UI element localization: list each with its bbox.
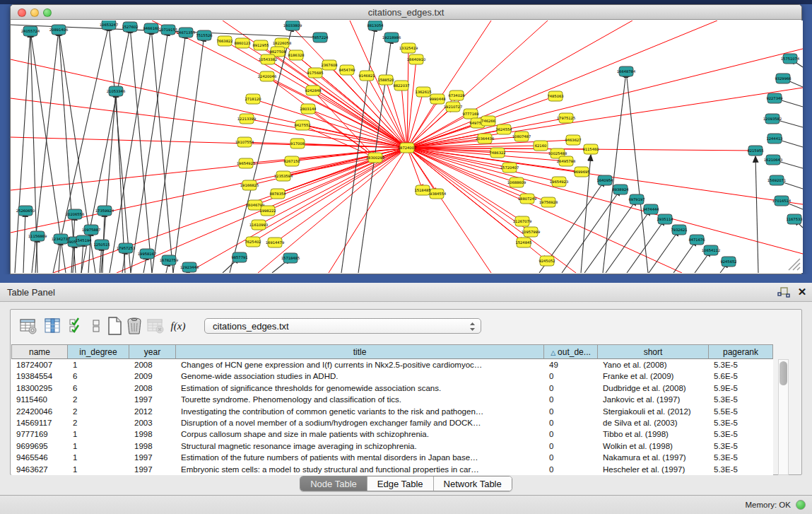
graph-node[interactable]: 62160 bbox=[534, 141, 548, 151]
graph-edge[interactable] bbox=[626, 71, 648, 273]
graph-node[interactable]: 746266 bbox=[481, 116, 495, 126]
graph-node[interactable]: 17016514 bbox=[772, 196, 792, 206]
graph-node[interactable]: 6734028 bbox=[448, 90, 464, 100]
graph-node[interactable]: 9329966 bbox=[775, 74, 791, 83]
graph-edge[interactable] bbox=[329, 148, 407, 273]
row-height-icon[interactable] bbox=[87, 317, 105, 335]
table-row[interactable]: 946554611997Estimation of the future num… bbox=[11, 452, 773, 463]
graph-node[interactable]: 1640954 bbox=[596, 175, 613, 185]
table-select-dropdown[interactable]: citations_edges.txt bbox=[204, 318, 481, 334]
graph-edge[interactable] bbox=[130, 27, 152, 273]
graph-node[interactable]: 1524845 bbox=[515, 238, 531, 247]
graph-edge[interactable] bbox=[152, 33, 186, 273]
graph-node[interactable]: 11156869 bbox=[28, 231, 47, 241]
graph-node[interactable]: 12342737 bbox=[52, 234, 70, 244]
graph-node[interactable]: 2935114 bbox=[657, 214, 673, 224]
graph-node[interactable]: 15720407 bbox=[500, 163, 519, 173]
graph-node[interactable]: 10653247 bbox=[100, 21, 118, 30]
graph-node[interactable]: 19654923 bbox=[550, 177, 568, 187]
window-resize-grip[interactable] bbox=[783, 253, 801, 271]
graph-node[interactable]: 9463627 bbox=[565, 135, 581, 145]
table-row[interactable]: 1872400712008Changes of HCN gene express… bbox=[11, 359, 773, 370]
graph-node[interactable]: 16210643 bbox=[764, 155, 782, 165]
graph-node[interactable]: 7857224 bbox=[312, 33, 329, 42]
select-columns-icon[interactable] bbox=[67, 317, 86, 335]
window-titlebar[interactable]: citations_edges.txt bbox=[11, 5, 801, 20]
graph-edge[interactable] bbox=[627, 219, 665, 273]
tab-network-table[interactable]: Network Table bbox=[434, 477, 512, 491]
graph-node[interactable]: 8878354 bbox=[269, 189, 286, 199]
graph-edge[interactable] bbox=[407, 148, 755, 151]
graph-node[interactable]: 2367608 bbox=[321, 60, 337, 70]
graph-node[interactable]: 7932621 bbox=[671, 225, 687, 235]
graph-node[interactable]: 9777169 bbox=[462, 109, 478, 119]
table-row[interactable]: 977716911998Corpus callosum shape and si… bbox=[11, 428, 773, 440]
table-row[interactable]: 2242004622012Investigating the contribut… bbox=[11, 406, 773, 417]
graph-node[interactable]: 7663822 bbox=[216, 36, 233, 46]
graph-node[interactable]: 26495798 bbox=[557, 156, 575, 166]
graph-edge[interactable] bbox=[110, 28, 151, 273]
graph-node[interactable]: 16033809 bbox=[283, 21, 302, 30]
graph-node[interactable]: 12093582 bbox=[763, 114, 782, 124]
column-header-year[interactable]: year bbox=[129, 344, 176, 359]
graph-node[interactable]: 20206556 bbox=[66, 209, 84, 219]
graph-node[interactable]: 3624554 bbox=[495, 124, 512, 134]
graph-node[interactable]: 1545194 bbox=[75, 235, 92, 245]
graph-node[interactable]: 16914479 bbox=[266, 238, 284, 247]
new-table-icon[interactable] bbox=[105, 317, 124, 335]
table-row[interactable]: 1456911722003Disruption of a novel membe… bbox=[11, 417, 773, 428]
graph-edge[interactable] bbox=[407, 21, 717, 148]
graph-node[interactable]: 18724007 bbox=[398, 143, 416, 153]
graph-node[interactable]: 20364436 bbox=[476, 134, 494, 144]
graph-node[interactable]: 12353594 bbox=[274, 171, 293, 181]
graph-node[interactable]: 8813054 bbox=[367, 21, 384, 30]
graph-node[interactable]: 8860123 bbox=[234, 38, 250, 48]
graph-node[interactable]: 24055724 bbox=[21, 26, 40, 36]
graph-node[interactable]: 9245652 bbox=[720, 257, 736, 267]
table-vertical-scrollbar[interactable] bbox=[778, 359, 789, 475]
graph-node[interactable]: 12923448 bbox=[180, 262, 199, 272]
graph-node[interactable]: 10543382 bbox=[259, 54, 277, 64]
graph-edge[interactable] bbox=[249, 148, 407, 185]
table-mode-icon[interactable] bbox=[19, 317, 37, 335]
graph-node[interactable]: 9474444 bbox=[642, 204, 659, 214]
graph-node[interactable]: 8912955 bbox=[252, 40, 269, 50]
graph-node[interactable]: 19654925 bbox=[237, 158, 255, 168]
panel-splitter[interactable] bbox=[0, 274, 812, 283]
graph-node[interactable]: 9146821 bbox=[358, 71, 375, 81]
graph-node[interactable]: 16640910 bbox=[407, 54, 425, 64]
function-builder-icon[interactable]: f(x) bbox=[169, 317, 187, 335]
column-header-title[interactable]: title bbox=[176, 344, 544, 359]
column-header-name[interactable]: name bbox=[11, 344, 68, 359]
table-row[interactable]: 946362711997Embryonic stem cells: a mode… bbox=[11, 464, 773, 475]
graph-node[interactable]: 8267150 bbox=[283, 156, 300, 166]
graph-node[interactable]: 11267079 bbox=[513, 216, 531, 226]
delete-table-icon-disabled[interactable] bbox=[146, 317, 165, 335]
tab-edge-table[interactable]: Edge Table bbox=[367, 477, 434, 491]
graph-edge[interactable] bbox=[584, 199, 637, 273]
graph-node[interactable]: 13325419 bbox=[399, 43, 418, 53]
graph-node[interactable]: 9990448 bbox=[429, 94, 445, 104]
graph-node[interactable]: 10688609 bbox=[507, 177, 526, 187]
graph-edge[interactable] bbox=[407, 21, 548, 148]
graph-node[interactable]: 9175685 bbox=[307, 68, 323, 78]
scrollbar-thumb[interactable] bbox=[779, 361, 787, 385]
table-row[interactable]: 1938455462009Genome-wide association stu… bbox=[11, 370, 773, 382]
graph-node[interactable]: 9115460 bbox=[582, 144, 599, 154]
graph-node[interactable]: 1167533 bbox=[786, 214, 802, 224]
graph-node[interactable]: 14671355 bbox=[177, 28, 195, 37]
graph-node[interactable]: 8938924 bbox=[612, 185, 629, 194]
graph-edge[interactable] bbox=[341, 25, 375, 273]
tab-node-table[interactable]: Node Table bbox=[300, 477, 367, 491]
graph-node[interactable]: 2803144 bbox=[300, 104, 317, 114]
graph-node[interactable]: 8822037 bbox=[393, 81, 409, 90]
graph-node[interactable]: 10975887 bbox=[82, 225, 100, 235]
graph-node[interactable]: 7485063 bbox=[547, 91, 563, 101]
graph-node[interactable]: 1527602 bbox=[122, 22, 138, 32]
graph-node[interactable]: 10957999 bbox=[522, 227, 540, 237]
graph-node[interactable]: 8471676 bbox=[688, 235, 705, 245]
graph-edge[interactable] bbox=[151, 28, 173, 273]
memory-ok-indicator-icon[interactable] bbox=[796, 500, 806, 510]
graph-node[interactable]: 7625402 bbox=[245, 237, 261, 247]
graph-node[interactable]: 2718120 bbox=[245, 94, 261, 104]
